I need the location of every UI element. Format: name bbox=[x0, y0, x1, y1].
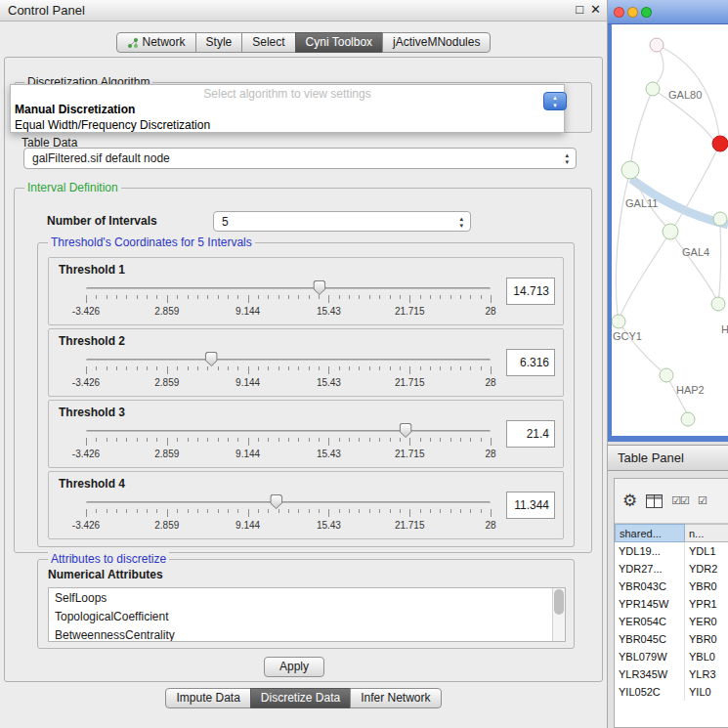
table-cell[interactable]: YBR043C bbox=[615, 578, 685, 595]
network-edge[interactable] bbox=[630, 89, 653, 168]
tab-style[interactable]: Style bbox=[195, 32, 243, 53]
network-node[interactable] bbox=[612, 315, 625, 328]
select-column-icon[interactable]: ☑ bbox=[698, 494, 707, 507]
table-cell[interactable]: YER054C bbox=[615, 613, 685, 630]
network-edge[interactable] bbox=[621, 232, 670, 316]
slider-thumb[interactable] bbox=[400, 423, 412, 438]
table-cell[interactable]: YBL0 bbox=[685, 648, 728, 665]
table-cell[interactable]: YPR145W bbox=[615, 595, 685, 613]
algorithm-combo-button[interactable]: ▴ ▾ bbox=[543, 92, 567, 110]
threshold-3-panel: Threshold 3 -3.426 2.859 9.144 15.43 21.… bbox=[48, 400, 564, 468]
attributes-group-title: Attributes to discretize bbox=[48, 552, 169, 566]
network-node[interactable] bbox=[646, 82, 660, 96]
threshold-4-value[interactable]: 11.344 bbox=[506, 492, 555, 519]
tick-label: 21.715 bbox=[395, 306, 425, 317]
table-row[interactable]: YDR27...YDR2 bbox=[615, 560, 728, 578]
tick-label: 9.144 bbox=[236, 306, 260, 317]
table-cell[interactable]: YDL19... bbox=[615, 542, 685, 560]
table-cell[interactable]: YIL052C bbox=[615, 683, 685, 701]
table-row[interactable]: YLR345WYLR3 bbox=[615, 665, 728, 683]
network-edge[interactable] bbox=[619, 321, 661, 370]
threshold-3-value[interactable]: 21.4 bbox=[506, 420, 555, 448]
table-cell[interactable]: YDL1 bbox=[685, 542, 728, 560]
tick-label: 28 bbox=[485, 306, 495, 317]
list-scrollbar[interactable] bbox=[552, 588, 565, 641]
select-all-columns-icon[interactable]: ☑☑ bbox=[671, 494, 689, 507]
table-cell[interactable]: YLR345W bbox=[615, 665, 685, 683]
slider-thumb[interactable] bbox=[313, 280, 325, 295]
network-node[interactable] bbox=[712, 136, 728, 151]
table-panel-title: Table Panel bbox=[618, 450, 684, 465]
table-cell[interactable]: YBR0 bbox=[685, 578, 728, 595]
threshold-2-value[interactable]: 6.316 bbox=[506, 349, 555, 376]
columns-icon[interactable] bbox=[646, 494, 663, 508]
network-edge[interactable] bbox=[718, 226, 721, 304]
table-row[interactable]: YBR045CYBR0 bbox=[615, 630, 728, 648]
network-node[interactable] bbox=[621, 161, 639, 179]
network-node[interactable] bbox=[681, 412, 695, 426]
minimize-icon[interactable]: □ bbox=[576, 2, 583, 17]
algorithm-option-equal-width[interactable]: Equal Width/Frequency Discretization bbox=[11, 117, 564, 133]
threshold-3-label: Threshold 3 bbox=[59, 406, 125, 419]
table-row[interactable]: YER054CYER0 bbox=[615, 613, 728, 630]
number-of-intervals-value: 5 bbox=[222, 212, 229, 231]
threshold-1-value[interactable]: 14.713 bbox=[506, 278, 555, 305]
column-header-name[interactable]: n... bbox=[685, 524, 728, 542]
scrollbar-thumb[interactable] bbox=[554, 589, 564, 615]
network-node[interactable] bbox=[711, 297, 725, 311]
network-canvas[interactable]: GAL80GAL11GAL4GCY1HAP2H bbox=[612, 24, 728, 436]
tab-discretize-data[interactable]: Discretize Data bbox=[250, 688, 351, 708]
tab-impute-data[interactable]: Impute Data bbox=[165, 688, 250, 708]
table-cell[interactable]: YDR27... bbox=[615, 560, 685, 578]
slider-thumb[interactable] bbox=[205, 352, 218, 366]
table-cell[interactable]: YBL079W bbox=[615, 648, 685, 665]
table-cell[interactable]: YBR045C bbox=[615, 630, 685, 648]
network-node[interactable] bbox=[660, 368, 673, 382]
table-row[interactable]: YBL079WYBL0 bbox=[615, 648, 728, 665]
table-cell[interactable]: YLR3 bbox=[685, 665, 728, 683]
network-node[interactable] bbox=[650, 38, 664, 52]
numerical-attributes-label: Numerical Attributes bbox=[48, 568, 163, 581]
network-edge[interactable] bbox=[670, 232, 716, 299]
table-cell[interactable]: YPR1 bbox=[685, 595, 728, 613]
network-node-label: GAL4 bbox=[682, 246, 709, 258]
network-edge[interactable] bbox=[616, 170, 630, 315]
network-window-titlebar[interactable] bbox=[608, 0, 728, 24]
algorithm-option-manual[interactable]: Manual Discretization bbox=[11, 102, 564, 117]
attribute-list-item[interactable]: BetweennessCentrality bbox=[49, 625, 565, 642]
threshold-1-slider[interactable]: -3.426 2.859 9.144 15.43 21.715 28 bbox=[86, 279, 491, 322]
network-node[interactable] bbox=[713, 212, 727, 226]
table-cell[interactable]: YIL0 bbox=[685, 683, 728, 701]
attribute-list-item[interactable]: TopologicalCoefficient bbox=[49, 607, 565, 625]
close-traffic-light[interactable] bbox=[614, 7, 624, 18]
numerical-attributes-list[interactable]: SelfLoopsTopologicalCoefficientBetweenne… bbox=[48, 587, 566, 642]
threshold-3-slider[interactable]: -3.426 2.859 9.144 15.43 21.715 28 bbox=[86, 422, 491, 465]
threshold-4-slider[interactable]: -3.426 2.859 9.144 15.43 21.715 28 bbox=[86, 493, 491, 536]
zoom-traffic-light[interactable] bbox=[641, 7, 652, 18]
gear-icon[interactable]: ⚙ bbox=[622, 492, 637, 509]
close-icon[interactable]: ✕ bbox=[590, 2, 601, 17]
table-row[interactable]: YDL19...YDL1 bbox=[615, 542, 728, 560]
slider-thumb[interactable] bbox=[270, 494, 282, 509]
number-of-intervals-combobox[interactable]: 5 ▴ ▾ bbox=[213, 211, 471, 232]
tab-network[interactable]: Network bbox=[116, 32, 196, 53]
table-cell[interactable]: YBR0 bbox=[685, 630, 728, 648]
tab-infer-network[interactable]: Infer Network bbox=[350, 688, 441, 708]
tab-select[interactable]: Select bbox=[241, 32, 295, 53]
threshold-2-slider[interactable]: -3.426 2.859 9.144 15.43 21.715 28 bbox=[86, 351, 491, 394]
table-row[interactable]: YPR145WYPR1 bbox=[615, 595, 728, 613]
table-cell[interactable]: YER0 bbox=[685, 613, 728, 630]
column-header-shared-name[interactable]: shared... bbox=[615, 524, 685, 542]
apply-button[interactable]: Apply bbox=[264, 657, 324, 677]
tab-jactivemnodules[interactable]: jActiveMNodules bbox=[382, 32, 491, 53]
table-cell[interactable]: YDR2 bbox=[685, 560, 728, 578]
slider-ticks bbox=[86, 438, 491, 447]
network-node[interactable] bbox=[663, 224, 678, 239]
minimize-traffic-light[interactable] bbox=[627, 7, 638, 18]
table-data-combobox[interactable]: galFiltered.sif default node ▴ ▾ bbox=[23, 148, 577, 169]
tab-cyni-toolbox[interactable]: Cyni Toolbox bbox=[295, 32, 383, 53]
table-row[interactable]: YIL052CYIL0 bbox=[615, 683, 728, 701]
table-row[interactable]: YBR043CYBR0 bbox=[615, 578, 728, 595]
attribute-list-item[interactable]: SelfLoops bbox=[49, 588, 565, 607]
network-node-label: GCY1 bbox=[613, 330, 642, 342]
